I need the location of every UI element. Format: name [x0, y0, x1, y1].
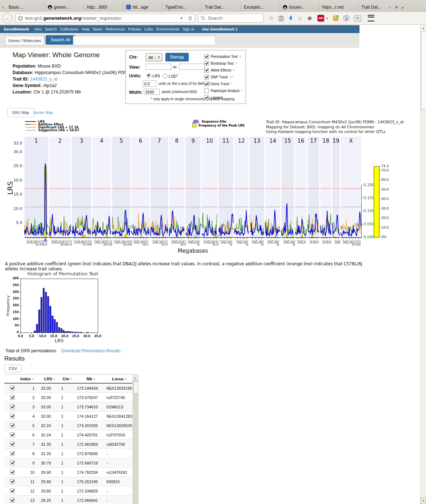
- adblock-dropdown-icon[interactable]: ▾: [326, 17, 328, 20]
- page-scroll-up-icon[interactable]: ▲: [421, 25, 426, 31]
- table-row[interactable]: 632.241174.420751rs3707910: [4, 430, 132, 440]
- page-scroll-down-icon[interactable]: ▼: [421, 498, 426, 503]
- nav-item-policies[interactable]: Policies: [128, 27, 141, 31]
- browser-search-input[interactable]: [207, 15, 255, 21]
- column-header-locus[interactable]: Locus◆: [105, 377, 132, 381]
- download-permutation-link[interactable]: Download Permutation Results: [61, 348, 120, 353]
- tab-vector-map[interactable]: Vector Map: [33, 110, 53, 115]
- column-header-mb[interactable]: Mb◆: [74, 377, 105, 381]
- lod-help-icon[interactable]: ?: [177, 73, 178, 77]
- bookmarks-menu-icon[interactable]: [279, 15, 284, 21]
- sort-icon[interactable]: ◆: [70, 377, 72, 380]
- tab-scroll-left-icon[interactable]: ‹: [0, 2, 6, 12]
- browser-tab[interactable]: genen...: [45, 2, 84, 12]
- row-checkbox[interactable]: [10, 489, 15, 493]
- search-category-select[interactable]: Genes / Molecules: [5, 36, 44, 45]
- s-extension-icon[interactable]: S: [343, 15, 349, 21]
- tab-gn1-map[interactable]: GN1 Map: [7, 108, 34, 117]
- browser-search-bar[interactable]: [198, 14, 264, 23]
- table-row[interactable]: 532.241174.201925NES13029525: [4, 421, 132, 430]
- nav-item-links[interactable]: Links: [144, 27, 153, 31]
- checkbox-permutation-test[interactable]: [204, 54, 209, 59]
- checkbox-legend[interactable]: [204, 95, 209, 100]
- reload-icon[interactable]: [188, 16, 193, 21]
- remap-button[interactable]: Remap: [165, 53, 189, 61]
- nav-item-help[interactable]: Help: [82, 27, 90, 31]
- browser-tab[interactable]: TypeErro...: [162, 2, 202, 12]
- nav-item-intro[interactable]: Intro: [34, 27, 42, 31]
- nav-item-search[interactable]: Search: [45, 27, 57, 31]
- csv-button[interactable]: CSV: [4, 365, 22, 372]
- table-scroll-up-icon[interactable]: ▲: [133, 375, 138, 381]
- table-row[interactable]: 1229.801172.336829-: [4, 486, 132, 496]
- checkbox-bootstrap-test[interactable]: [204, 61, 209, 66]
- browser-tab[interactable]: https...r.md: [319, 2, 358, 12]
- url-bar[interactable]: test-gn2.genenetwork.org/marker_regressi…: [15, 14, 195, 23]
- use-genenetwork1-link[interactable]: Use GeneNetwork 1: [202, 27, 238, 31]
- nav-item-environments[interactable]: Environments: [156, 27, 179, 31]
- table-row[interactable]: 433.001174.164127NES13041283: [4, 412, 132, 421]
- url-history-dropdown-icon[interactable]: ▼: [180, 17, 183, 20]
- browser-tab[interactable]: htt...age: [123, 2, 162, 12]
- table-row[interactable]: 930.791172.606718-: [4, 458, 132, 468]
- row-checkbox[interactable]: [10, 395, 15, 400]
- view-from-input[interactable]: [146, 64, 171, 70]
- units-lrs-radio[interactable]: LRS: [147, 73, 160, 78]
- browser-tab[interactable]: Issues...: [280, 2, 319, 12]
- column-header-lrs[interactable]: LRS◆: [38, 377, 58, 381]
- results-table-scrollbar[interactable]: ▲: [133, 375, 138, 504]
- yaxis-units-input[interactable]: [143, 81, 156, 87]
- table-row[interactable]: 731.301172.981863rs8242766: [4, 440, 132, 449]
- sort-icon[interactable]: ◆: [125, 377, 127, 380]
- download-icon[interactable]: [288, 15, 293, 21]
- whole-genome-map-chart[interactable]: [0, 134, 426, 256]
- row-checkbox[interactable]: [10, 386, 15, 390]
- sort-icon[interactable]: ◆: [53, 377, 55, 380]
- browser-tab[interactable]: Trait Dat...: [202, 2, 241, 12]
- menu-icon[interactable]: [368, 15, 374, 22]
- row-checkbox[interactable]: [10, 442, 15, 446]
- table-row[interactable]: 1029.901174.792334rs13476241: [4, 468, 132, 477]
- tab-scroll-right-icon[interactable]: ›: [387, 2, 393, 12]
- info-value[interactable]: 1443823_s_at: [30, 77, 58, 82]
- row-checkbox[interactable]: [10, 404, 15, 409]
- checkbox-snp-track[interactable]: [204, 75, 209, 79]
- checkbox-gene-track[interactable]: [204, 82, 209, 86]
- adblock-icon[interactable]: ABP: [317, 15, 324, 22]
- new-tab-button[interactable]: +: [393, 4, 401, 12]
- bookmark-star-icon[interactable]: ☆: [269, 15, 274, 21]
- browser-tab[interactable]: http:...880/: [84, 2, 123, 12]
- browser-tab[interactable]: Exceptio...: [241, 2, 280, 12]
- editor-extension-icon[interactable]: ✎: [354, 15, 361, 22]
- back-button[interactable]: ←: [2, 13, 13, 23]
- nav-item-references[interactable]: References: [105, 27, 125, 31]
- row-checkbox[interactable]: [10, 432, 15, 437]
- checkbox-allele-effects[interactable]: [204, 68, 209, 73]
- checkbox-haplotype-analyst[interactable]: [204, 88, 209, 93]
- gn-search-input[interactable]: [73, 36, 215, 45]
- table-row[interactable]: 1129.901175.262195930923: [4, 477, 132, 486]
- browser-tab[interactable]: Basic ...: [6, 2, 45, 12]
- table-scroll-thumb[interactable]: [133, 381, 138, 394]
- nav-item-sign-in[interactable]: Sign in: [183, 27, 194, 31]
- row-checkbox[interactable]: [10, 479, 15, 484]
- row-checkbox[interactable]: [10, 451, 15, 456]
- page-scroll-thumb[interactable]: [421, 32, 426, 110]
- chromosome-select[interactable]: All▼: [146, 53, 162, 61]
- sort-asc-icon[interactable]: ▲: [32, 377, 34, 380]
- width-input[interactable]: [144, 89, 160, 95]
- nav-item-collections[interactable]: Collections: [60, 27, 78, 31]
- table-row[interactable]: 831.251172.876606-: [4, 449, 132, 458]
- feedback-smiley-icon[interactable]: ☻: [307, 15, 313, 21]
- search-all-button[interactable]: Search All: [46, 35, 75, 45]
- view-to-input[interactable]: [179, 64, 205, 70]
- proxy-extension-icon[interactable]: [333, 15, 339, 21]
- nav-item-news[interactable]: News: [93, 27, 102, 31]
- gn-brand[interactable]: GeneNetwork: [4, 27, 29, 31]
- table-row[interactable]: 133.001173.149434NES13033186: [4, 384, 132, 393]
- row-checkbox[interactable]: [10, 470, 15, 475]
- table-row[interactable]: 1328.251172.066941-: [4, 496, 132, 504]
- row-checkbox[interactable]: [10, 414, 15, 418]
- sort-icon[interactable]: ◆: [93, 377, 95, 380]
- column-header-index[interactable]: Index▲: [20, 377, 38, 381]
